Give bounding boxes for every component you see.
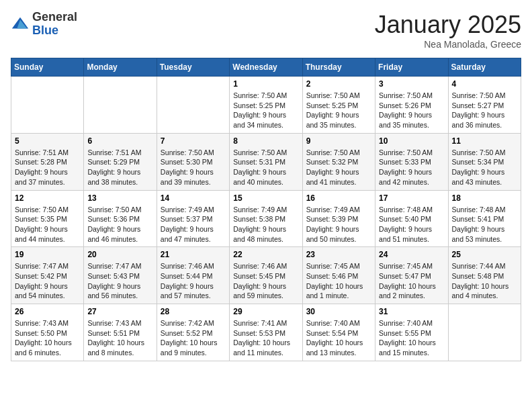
day-info: Sunrise: 7:50 AM Sunset: 5:36 PM Dayligh… — [87, 205, 152, 244]
calendar-cell: 2Sunrise: 7:50 AM Sunset: 5:25 PM Daylig… — [302, 77, 375, 134]
calendar-cell: 16Sunrise: 7:49 AM Sunset: 5:39 PM Dayli… — [302, 190, 375, 247]
calendar-cell: 14Sunrise: 7:49 AM Sunset: 5:37 PM Dayli… — [157, 190, 229, 247]
day-header-monday: Monday — [84, 58, 157, 77]
day-header-friday: Friday — [375, 58, 448, 77]
calendar-cell: 25Sunrise: 7:44 AM Sunset: 5:48 PM Dayli… — [448, 247, 521, 304]
day-info: Sunrise: 7:44 AM Sunset: 5:48 PM Dayligh… — [452, 261, 517, 301]
title-block: January 2025 Nea Manolada, Greece — [375, 11, 521, 50]
calendar-cell: 9Sunrise: 7:50 AM Sunset: 5:32 PM Daylig… — [302, 133, 375, 190]
day-header-tuesday: Tuesday — [157, 58, 229, 77]
day-number: 15 — [233, 193, 298, 203]
calendar-cell: 12Sunrise: 7:50 AM Sunset: 5:35 PM Dayli… — [11, 190, 84, 247]
day-info: Sunrise: 7:50 AM Sunset: 5:33 PM Dayligh… — [379, 148, 444, 187]
day-number: 6 — [87, 136, 152, 146]
day-info: Sunrise: 7:50 AM Sunset: 5:27 PM Dayligh… — [452, 91, 517, 130]
day-info: Sunrise: 7:48 AM Sunset: 5:40 PM Dayligh… — [379, 205, 444, 244]
logo-icon — [11, 15, 30, 34]
calendar-cell: 23Sunrise: 7:45 AM Sunset: 5:46 PM Dayli… — [302, 247, 375, 304]
logo: General Blue — [11, 11, 77, 38]
day-number: 23 — [306, 250, 371, 259]
week-row-2: 5Sunrise: 7:51 AM Sunset: 5:28 PM Daylig… — [11, 133, 521, 190]
day-number: 20 — [87, 250, 152, 259]
day-number: 13 — [87, 193, 152, 203]
day-number: 29 — [233, 307, 298, 316]
calendar-cell: 17Sunrise: 7:48 AM Sunset: 5:40 PM Dayli… — [375, 190, 448, 247]
day-number: 22 — [233, 250, 298, 259]
day-info: Sunrise: 7:45 AM Sunset: 5:46 PM Dayligh… — [306, 261, 371, 301]
month-title: January 2025 — [375, 11, 521, 39]
day-info: Sunrise: 7:46 AM Sunset: 5:44 PM Dayligh… — [161, 261, 226, 301]
day-info: Sunrise: 7:40 AM Sunset: 5:54 PM Dayligh… — [306, 318, 371, 358]
day-info: Sunrise: 7:50 AM Sunset: 5:34 PM Dayligh… — [452, 148, 517, 187]
calendar-cell: 26Sunrise: 7:43 AM Sunset: 5:50 PM Dayli… — [11, 304, 84, 361]
calendar-cell: 28Sunrise: 7:42 AM Sunset: 5:52 PM Dayli… — [157, 304, 229, 361]
calendar-cell: 1Sunrise: 7:50 AM Sunset: 5:25 PM Daylig… — [230, 77, 302, 134]
day-header-saturday: Saturday — [448, 58, 521, 77]
calendar-cell: 18Sunrise: 7:48 AM Sunset: 5:41 PM Dayli… — [448, 190, 521, 247]
calendar-cell — [157, 77, 229, 134]
location: Nea Manolada, Greece — [375, 39, 521, 50]
day-info: Sunrise: 7:50 AM Sunset: 5:32 PM Dayligh… — [306, 148, 371, 187]
calendar-cell — [448, 304, 521, 361]
day-info: Sunrise: 7:41 AM Sunset: 5:53 PM Dayligh… — [233, 318, 298, 358]
calendar-cell: 31Sunrise: 7:40 AM Sunset: 5:55 PM Dayli… — [375, 304, 448, 361]
day-number: 5 — [15, 136, 80, 146]
day-header-wednesday: Wednesday — [230, 58, 302, 77]
day-info: Sunrise: 7:51 AM Sunset: 5:28 PM Dayligh… — [15, 148, 80, 187]
day-info: Sunrise: 7:47 AM Sunset: 5:42 PM Dayligh… — [15, 261, 80, 301]
calendar-cell: 11Sunrise: 7:50 AM Sunset: 5:34 PM Dayli… — [448, 133, 521, 190]
day-info: Sunrise: 7:42 AM Sunset: 5:52 PM Dayligh… — [161, 318, 226, 358]
calendar-cell: 6Sunrise: 7:51 AM Sunset: 5:29 PM Daylig… — [84, 133, 157, 190]
day-info: Sunrise: 7:50 AM Sunset: 5:35 PM Dayligh… — [15, 205, 80, 244]
day-info: Sunrise: 7:43 AM Sunset: 5:50 PM Dayligh… — [15, 318, 80, 358]
day-info: Sunrise: 7:50 AM Sunset: 5:25 PM Dayligh… — [233, 91, 298, 130]
day-info: Sunrise: 7:45 AM Sunset: 5:47 PM Dayligh… — [379, 261, 444, 301]
calendar-cell: 20Sunrise: 7:47 AM Sunset: 5:43 PM Dayli… — [84, 247, 157, 304]
day-number: 25 — [452, 250, 517, 259]
day-number: 9 — [306, 136, 371, 146]
day-number: 3 — [379, 79, 444, 89]
calendar-cell: 8Sunrise: 7:50 AM Sunset: 5:31 PM Daylig… — [230, 133, 302, 190]
day-info: Sunrise: 7:50 AM Sunset: 5:31 PM Dayligh… — [233, 148, 298, 187]
day-number: 14 — [161, 193, 226, 203]
day-number: 4 — [452, 79, 517, 89]
calendar-cell: 30Sunrise: 7:40 AM Sunset: 5:54 PM Dayli… — [302, 304, 375, 361]
day-header-thursday: Thursday — [302, 58, 375, 77]
day-number: 17 — [379, 193, 444, 203]
day-number: 26 — [15, 307, 80, 316]
calendar-cell: 27Sunrise: 7:43 AM Sunset: 5:51 PM Dayli… — [84, 304, 157, 361]
day-number: 27 — [87, 307, 152, 316]
calendar-cell — [84, 77, 157, 134]
calendar-cell: 4Sunrise: 7:50 AM Sunset: 5:27 PM Daylig… — [448, 77, 521, 134]
day-info: Sunrise: 7:50 AM Sunset: 5:25 PM Dayligh… — [306, 91, 371, 130]
day-header-sunday: Sunday — [11, 58, 84, 77]
calendar-cell: 21Sunrise: 7:46 AM Sunset: 5:44 PM Dayli… — [157, 247, 229, 304]
day-info: Sunrise: 7:49 AM Sunset: 5:37 PM Dayligh… — [161, 205, 226, 244]
day-number: 28 — [161, 307, 226, 316]
calendar-cell: 13Sunrise: 7:50 AM Sunset: 5:36 PM Dayli… — [84, 190, 157, 247]
week-row-4: 19Sunrise: 7:47 AM Sunset: 5:42 PM Dayli… — [11, 247, 521, 304]
day-info: Sunrise: 7:46 AM Sunset: 5:45 PM Dayligh… — [233, 261, 298, 301]
calendar-cell — [11, 77, 84, 134]
day-info: Sunrise: 7:51 AM Sunset: 5:29 PM Dayligh… — [87, 148, 152, 187]
day-info: Sunrise: 7:49 AM Sunset: 5:39 PM Dayligh… — [306, 205, 371, 244]
logo-blue-text: Blue — [32, 24, 58, 37]
calendar-cell: 29Sunrise: 7:41 AM Sunset: 5:53 PM Dayli… — [230, 304, 302, 361]
day-number: 30 — [306, 307, 371, 316]
calendar-cell: 15Sunrise: 7:49 AM Sunset: 5:38 PM Dayli… — [230, 190, 302, 247]
day-info: Sunrise: 7:43 AM Sunset: 5:51 PM Dayligh… — [87, 318, 152, 358]
calendar-cell: 24Sunrise: 7:45 AM Sunset: 5:47 PM Dayli… — [375, 247, 448, 304]
day-number: 1 — [233, 79, 298, 89]
week-row-5: 26Sunrise: 7:43 AM Sunset: 5:50 PM Dayli… — [11, 304, 521, 361]
day-info: Sunrise: 7:48 AM Sunset: 5:41 PM Dayligh… — [452, 205, 517, 244]
day-number: 12 — [15, 193, 80, 203]
day-number: 8 — [233, 136, 298, 146]
day-number: 11 — [452, 136, 517, 146]
day-number: 2 — [306, 79, 371, 89]
day-number: 18 — [452, 193, 517, 203]
day-info: Sunrise: 7:49 AM Sunset: 5:38 PM Dayligh… — [233, 205, 298, 244]
calendar-cell: 3Sunrise: 7:50 AM Sunset: 5:26 PM Daylig… — [375, 77, 448, 134]
logo-general-text: General — [32, 10, 77, 24]
day-info: Sunrise: 7:40 AM Sunset: 5:55 PM Dayligh… — [379, 318, 444, 358]
day-number: 19 — [15, 250, 80, 259]
